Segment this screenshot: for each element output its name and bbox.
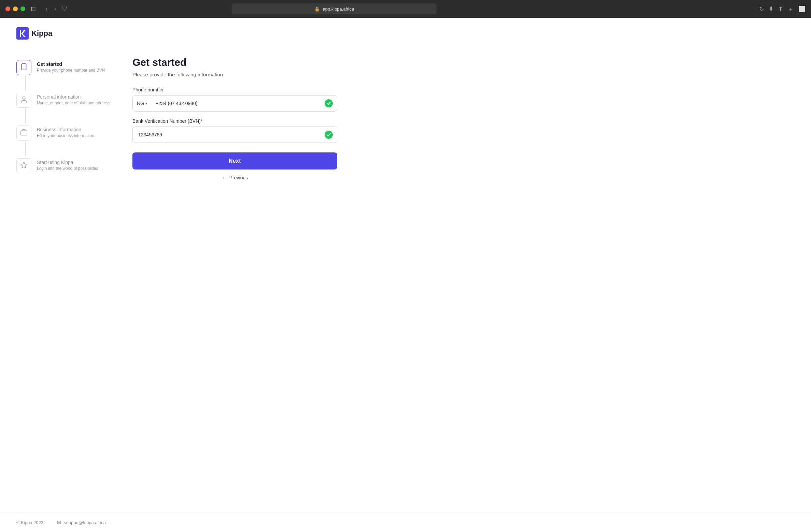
step-subtitle-business-info: Fill in your business information — [37, 133, 94, 138]
phone-number-field: Phone number NG ▾ — [132, 87, 337, 112]
reload-button[interactable]: ↻ — [759, 5, 764, 13]
bvn-check-icon — [325, 131, 333, 139]
tabs-button[interactable]: ⬜ — [798, 5, 806, 13]
url-text: app.kippa.africa — [323, 6, 354, 12]
form-subheading: Please provide the following information… — [132, 72, 337, 77]
footer-email: ✉ support@kippa.africa — [57, 520, 106, 525]
back-button[interactable]: ‹ — [44, 6, 49, 12]
main-content: Get started Provide your phone number an… — [0, 46, 811, 513]
minimize-button[interactable] — [13, 6, 18, 11]
step-subtitle-personal-info: Name, gender, date of birth and address — [37, 101, 110, 105]
address-bar[interactable]: 🔒 app.kippa.africa — [232, 3, 437, 14]
briefcase-icon — [20, 129, 28, 137]
kippa-logo-icon — [16, 27, 29, 40]
phone-input[interactable] — [152, 101, 325, 106]
browser-actions: ↻ ⬇ ⬆ ＋ ⬜ — [759, 5, 806, 13]
country-code: NG — [137, 101, 144, 106]
maximize-button[interactable] — [20, 6, 25, 11]
sparkle-icon — [20, 161, 28, 170]
step-title-get-started: Get started — [37, 61, 105, 67]
svg-rect-4 — [21, 131, 27, 135]
step-icon-wrapper-personal-info — [16, 93, 31, 108]
email-icon: ✉ — [57, 520, 61, 525]
bvn-field: Bank Verification Number (BVN)* — [132, 118, 337, 143]
step-text-start-kippa: Start using Kippa Login into the world o… — [37, 158, 98, 171]
shield-icon: 🛡 — [62, 6, 67, 12]
step-item-get-started: Get started Provide your phone number an… — [16, 60, 112, 75]
page-wrapper: Kippa Get started Provide your pho — [0, 18, 811, 532]
new-tab-button[interactable]: ＋ — [788, 5, 794, 13]
step-text-get-started: Get started Provide your phone number an… — [37, 60, 105, 73]
logo: Kippa — [16, 27, 795, 40]
svg-point-3 — [23, 97, 25, 99]
step-subtitle-get-started: Provide your phone number and BVN — [37, 68, 105, 73]
step-text-business-info: Business information Fill in your busine… — [37, 125, 94, 138]
step-icon-wrapper-business-info — [16, 125, 31, 141]
browser-chrome: ⊟ ‹ › 🛡 🔒 app.kippa.africa ↻ ⬇ ⬆ ＋ ⬜ — [0, 0, 811, 18]
sidebar-toggle-button[interactable]: ⊟ — [29, 6, 37, 12]
forward-button[interactable]: › — [53, 6, 58, 12]
share-button[interactable]: ⬆ — [778, 5, 783, 13]
logo-text: Kippa — [31, 29, 52, 38]
step-title-business-info: Business information — [37, 127, 94, 132]
previous-label: Previous — [229, 175, 248, 180]
bvn-input-wrapper — [132, 127, 337, 143]
svg-rect-1 — [22, 64, 26, 70]
header: Kippa — [0, 18, 811, 46]
svg-marker-5 — [21, 162, 27, 168]
bvn-input[interactable] — [133, 132, 325, 137]
next-button[interactable]: Next — [132, 152, 337, 169]
download-button[interactable]: ⬇ — [769, 5, 773, 13]
steps-sidebar: Get started Provide your phone number an… — [16, 53, 112, 499]
previous-button[interactable]: ← Previous — [132, 175, 337, 180]
footer-email-text: support@kippa.africa — [64, 520, 106, 525]
step-icon-wrapper-get-started — [16, 60, 31, 75]
step-text-personal-info: Personal information Name, gender, date … — [37, 93, 110, 105]
traffic-lights — [5, 6, 25, 11]
step-title-start-kippa: Start using Kippa — [37, 160, 98, 165]
phone-label: Phone number — [132, 87, 337, 92]
phone-icon — [20, 63, 28, 72]
step-item-business-info: Business information Fill in your busine… — [16, 125, 112, 141]
chevron-down-icon: ▾ — [145, 101, 147, 106]
footer-copyright: © Kippa 2023 — [16, 520, 43, 525]
close-button[interactable] — [5, 6, 10, 11]
phone-check-icon — [325, 99, 333, 107]
arrow-left-icon: ← — [222, 175, 227, 180]
step-title-personal-info: Personal information — [37, 94, 110, 100]
lock-icon: 🔒 — [314, 6, 320, 12]
phone-input-row: NG ▾ — [132, 95, 337, 112]
step-item-start-kippa: Start using Kippa Login into the world o… — [16, 158, 112, 173]
form-area: Get started Please provide the following… — [132, 53, 337, 499]
form-heading: Get started — [132, 57, 337, 68]
person-icon — [20, 96, 28, 105]
step-icon-wrapper-start-kippa — [16, 158, 31, 173]
step-item-personal-info: Personal information Name, gender, date … — [16, 93, 112, 108]
country-select[interactable]: NG ▾ — [133, 95, 152, 111]
footer: © Kippa 2023 ✉ support@kippa.africa — [0, 513, 811, 532]
bvn-label: Bank Verification Number (BVN)* — [132, 118, 337, 124]
step-subtitle-start-kippa: Login into the world of possibilites — [37, 166, 98, 171]
